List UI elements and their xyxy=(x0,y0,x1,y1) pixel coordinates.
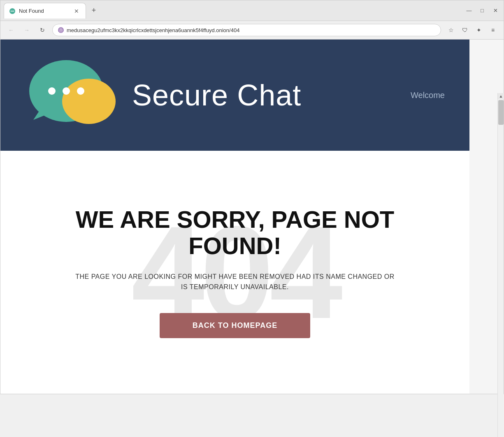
forward-button[interactable]: → xyxy=(21,24,33,36)
close-button[interactable]: ✕ xyxy=(490,6,500,16)
scrollbar-up-arrow[interactable]: ▲ xyxy=(498,93,504,99)
error-section: 404 WE ARE SORRY, PAGE NOT FOUND! THE PA… xyxy=(0,151,469,394)
tab-favicon-icon xyxy=(9,8,16,14)
refresh-button[interactable]: ↻ xyxy=(37,24,48,36)
svg-point-10 xyxy=(63,87,70,95)
svg-point-2 xyxy=(12,10,13,11)
site-header: Secure Chat Welcome xyxy=(0,40,469,151)
privacy-icon xyxy=(58,27,64,33)
maximize-button[interactable]: □ xyxy=(477,6,487,16)
error-content: WE ARE SORRY, PAGE NOT FOUND! THE PAGE Y… xyxy=(75,206,395,338)
new-tab-button[interactable]: + xyxy=(88,5,100,17)
chat-logo-icon xyxy=(25,54,116,128)
logo-container xyxy=(25,54,116,136)
svg-point-1 xyxy=(11,10,12,11)
tab-bar: Not Found ✕ + xyxy=(4,0,100,21)
error-subtext: THE PAGE YOU ARE LOOKING FOR MIGHT HAVE … xyxy=(75,271,395,292)
bookmark-button[interactable]: ☆ xyxy=(445,24,457,36)
svg-point-8 xyxy=(62,79,116,124)
scrollbar-track: ▲ ▼ xyxy=(497,93,504,437)
active-tab[interactable]: Not Found ✕ xyxy=(4,3,86,19)
browser-window: Not Found ✕ + — □ ✕ ← → ↻ medusacegu2ufm… xyxy=(0,0,504,394)
svg-point-9 xyxy=(48,87,56,95)
svg-point-11 xyxy=(77,87,84,95)
page-area: Secure Chat Welcome 404 WE ARE SORRY, PA… xyxy=(0,40,504,394)
scrollbar-thumb[interactable] xyxy=(498,100,504,125)
window-controls: — □ ✕ xyxy=(464,6,500,16)
shield-button[interactable]: 🛡 xyxy=(459,24,471,36)
back-button[interactable]: ← xyxy=(5,24,17,36)
site-title: Secure Chat xyxy=(132,78,301,112)
url-text: medusacegu2ufmc3kx2kkqicrlcxdettsjcenhje… xyxy=(67,27,436,33)
title-bar: Not Found ✕ + — □ ✕ xyxy=(0,0,504,21)
url-bar[interactable]: medusacegu2ufmc3kx2kkqicrlcxdettsjcenhje… xyxy=(52,24,441,36)
page-content: Secure Chat Welcome 404 WE ARE SORRY, PA… xyxy=(0,40,469,394)
svg-point-3 xyxy=(13,10,14,11)
address-bar: ← → ↻ medusacegu2ufmc3kx2kkqicrlcxdettsj… xyxy=(0,21,504,40)
back-to-homepage-button[interactable]: BACK TO HOMEPAGE xyxy=(160,313,310,338)
welcome-text: Welcome xyxy=(411,91,445,100)
toolbar-right: ☆ 🛡 ✦ ≡ xyxy=(445,24,499,36)
menu-button[interactable]: ≡ xyxy=(487,24,499,36)
tab-title: Not Found xyxy=(19,8,69,14)
tab-close-button[interactable]: ✕ xyxy=(72,7,81,15)
extensions-button[interactable]: ✦ xyxy=(473,24,485,36)
svg-point-6 xyxy=(60,30,62,31)
minimize-button[interactable]: — xyxy=(464,6,474,16)
error-heading: WE ARE SORRY, PAGE NOT FOUND! xyxy=(75,206,395,259)
